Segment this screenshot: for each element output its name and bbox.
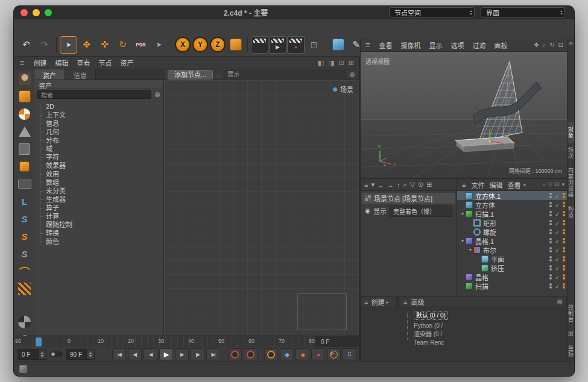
spline-l-icon[interactable]: L xyxy=(17,193,33,209)
dropdown-icon[interactable]: ▾ xyxy=(371,181,375,189)
undo-icon[interactable]: ↶ xyxy=(17,36,35,54)
visibility-dots[interactable] xyxy=(549,247,552,252)
layer-dots[interactable] xyxy=(563,256,565,261)
menu-item[interactable]: 查看 xyxy=(505,180,523,190)
object-row-plane[interactable]: 平面 xyxy=(457,254,567,263)
object-row-helix[interactable]: 螺旋 xyxy=(457,227,567,236)
object-row-sweep1[interactable]: ▼ 扫描.1 xyxy=(457,209,567,218)
menu-item[interactable]: 查看 xyxy=(73,58,95,67)
rotation-key-toggle[interactable]: ● xyxy=(311,348,325,360)
play-button[interactable]: ▶ xyxy=(159,348,173,360)
current-frame-box[interactable]: 0 F xyxy=(315,336,359,347)
next-frame-button[interactable]: ▶ xyxy=(175,348,189,360)
x-axis-lock-button[interactable]: X xyxy=(175,37,191,52)
viewport-menu-item[interactable]: 显示 xyxy=(425,40,447,50)
visibility-dots[interactable] xyxy=(549,211,552,216)
asset-category[interactable]: 2D xyxy=(34,102,163,111)
layer-dots[interactable] xyxy=(563,274,565,280)
viewport-3d[interactable]: Y X z 透视视图 网格间距 : 100000 cm xyxy=(360,52,567,178)
spline-s-blue-icon[interactable]: S xyxy=(17,211,33,227)
viewport-menu-item[interactable]: 过滤 xyxy=(469,40,490,50)
figure-tool-icon[interactable] xyxy=(17,71,33,87)
minimize-window-button[interactable] xyxy=(33,9,40,16)
layer-dots[interactable] xyxy=(563,265,565,271)
next-key-button[interactable]: |▶ xyxy=(191,348,204,360)
more-menus-icon[interactable]: ▸ xyxy=(386,299,388,305)
menu-item[interactable]: 资产 xyxy=(116,58,138,67)
tab-takes[interactable]: 场次 xyxy=(567,143,574,163)
advanced-tab[interactable]: 高级 xyxy=(411,297,424,307)
visibility-dots[interactable] xyxy=(549,220,552,225)
up-icon[interactable]: ↑ xyxy=(397,181,400,189)
clear-search-icon[interactable]: ⊗ xyxy=(154,91,160,98)
viewport-menu-item[interactable]: 面板 xyxy=(490,40,512,50)
visibility-dots[interactable] xyxy=(549,202,552,207)
viewport-menu-item[interactable]: 查看 xyxy=(375,40,397,50)
panel-right-icon[interactable]: ◨ xyxy=(328,59,334,67)
queue-item-default[interactable]: 默认 (0 / 0) xyxy=(414,312,448,320)
scale-tool[interactable]: ✜ xyxy=(96,36,113,54)
tab-structure[interactable]: 构造 xyxy=(567,202,574,222)
pan-view-icon[interactable]: ✥ xyxy=(534,42,539,49)
psr-tool[interactable]: PSR xyxy=(132,36,150,54)
enabled-check-icon[interactable] xyxy=(554,192,560,199)
parameter-key-toggle[interactable]: P xyxy=(327,348,341,360)
object-label[interactable]: 扫描 xyxy=(475,281,549,291)
pyramid-icon[interactable] xyxy=(17,124,33,139)
coordinate-system-toggle[interactable] xyxy=(227,36,244,54)
add-icon[interactable]: ⊞ xyxy=(426,181,432,189)
range-slider[interactable] xyxy=(49,351,63,357)
viewport-menu-item[interactable]: 摄像机 xyxy=(397,40,425,50)
object-label[interactable]: 螺旋 xyxy=(483,227,549,237)
enabled-check-icon[interactable] xyxy=(554,246,560,254)
enabled-check-icon[interactable] xyxy=(554,237,560,245)
move-tool[interactable]: ✥ xyxy=(78,36,95,54)
object-row-lattice1[interactable]: ▼ 晶格.1 xyxy=(457,236,567,245)
enabled-check-icon[interactable] xyxy=(554,201,560,208)
checker-sphere-icon[interactable] xyxy=(17,106,33,122)
goto-start-button[interactable]: |◀ xyxy=(112,348,126,360)
enabled-check-icon[interactable] xyxy=(554,210,560,218)
menu-item[interactable]: 文件 xyxy=(469,180,487,190)
viewport-label[interactable]: 透视视图 xyxy=(365,57,390,66)
queue-item-python[interactable]: Python (0 / xyxy=(414,322,454,331)
tab-console[interactable]: 控制台 xyxy=(567,300,574,327)
zoom-window-button[interactable] xyxy=(45,9,52,16)
scale-key-toggle[interactable]: ■ xyxy=(296,348,309,360)
forward-icon[interactable]: → xyxy=(387,181,394,189)
hamburger-menu-icon[interactable]: ≡ xyxy=(363,298,369,305)
asset-category[interactable]: 几何 xyxy=(34,128,163,136)
scene-node-item[interactable]: 场景节点 [场景节点] xyxy=(362,193,455,204)
cube-outline-icon[interactable] xyxy=(17,141,33,157)
dropdown-icon[interactable]: ▾ xyxy=(561,181,564,188)
lock-layout-icon[interactable]: ⊡ xyxy=(339,59,344,67)
search-icon[interactable]: ⌕ xyxy=(543,181,546,188)
zoom-view-icon[interactable]: ⌕ xyxy=(543,42,546,49)
object-label[interactable]: 挤压 xyxy=(491,263,549,273)
visibility-dots[interactable] xyxy=(549,274,552,280)
add-node-button[interactable]: 添加节点... xyxy=(168,70,213,80)
spline-s-gray-icon[interactable]: S xyxy=(17,246,33,261)
enabled-check-icon[interactable] xyxy=(554,265,560,272)
object-label[interactable]: 平面 xyxy=(491,254,549,264)
add-primitive-button[interactable] xyxy=(329,36,347,54)
cube-solid-icon[interactable] xyxy=(17,158,33,174)
hamburger-menu-icon[interactable]: ≡ xyxy=(402,298,408,305)
object-label[interactable]: 布尔 xyxy=(483,245,549,255)
filter-icon[interactable]: ▽ xyxy=(548,181,552,188)
asset-category[interactable]: 算子 xyxy=(34,204,163,212)
timeline-ruler[interactable]: 0102030405060708090 xyxy=(15,336,315,347)
expander-icon[interactable]: ▼ xyxy=(467,248,473,252)
visibility-dots[interactable] xyxy=(549,193,552,198)
enabled-check-icon[interactable] xyxy=(554,255,560,263)
asset-category[interactable]: 转换 xyxy=(34,229,163,237)
expander-icon[interactable]: ▼ xyxy=(460,211,466,216)
viewport-menu-item[interactable]: 选项 xyxy=(447,40,469,50)
render-view-button[interactable] xyxy=(251,36,268,54)
stepper-icon[interactable] xyxy=(38,349,46,359)
visibility-dots[interactable] xyxy=(549,229,552,234)
radio-icon[interactable] xyxy=(365,208,370,214)
create-menu-item[interactable]: 创建 xyxy=(371,297,384,307)
more-menus-icon[interactable]: ▸ xyxy=(523,182,526,187)
target-icon[interactable]: ⊙ xyxy=(418,181,423,189)
